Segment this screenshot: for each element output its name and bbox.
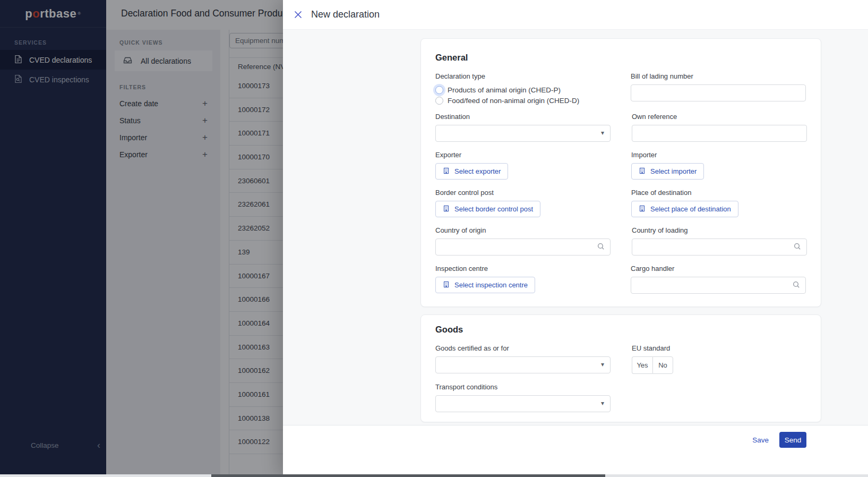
radio-label: Food/feed of non-animal origin (CHED-D) xyxy=(448,97,579,105)
goods-section: Goods Goods certified as or for ▾ EU sta… xyxy=(420,314,821,422)
bill-of-lading-label: Bill of lading number xyxy=(631,72,806,80)
cargo-handler-label: Cargo handler xyxy=(631,265,806,272)
select-exporter-label: Select exporter xyxy=(454,167,501,175)
own-reference-input[interactable] xyxy=(632,125,807,142)
building-icon xyxy=(443,167,450,176)
radio-option-chedp[interactable]: Products of animal origin (CHED-P) xyxy=(435,84,609,95)
destination-select[interactable]: ▾ xyxy=(435,125,611,142)
eu-standard-label: EU standard xyxy=(632,344,806,352)
radio-icon[interactable] xyxy=(435,86,443,94)
transport-conditions-label: Transport conditions xyxy=(435,383,611,391)
scrollbar-thumb[interactable] xyxy=(211,474,605,477)
drawer-title: New declaration xyxy=(311,9,380,20)
goods-heading: Goods xyxy=(435,325,806,335)
select-border-control-post-button[interactable]: Select border control post xyxy=(435,201,540,217)
select-place-of-destination-button[interactable]: Select place of destination xyxy=(631,201,738,217)
select-importer-label: Select importer xyxy=(650,167,697,175)
country-of-origin-input[interactable] xyxy=(435,238,611,255)
eu-standard-yes-button[interactable]: Yes xyxy=(632,356,652,374)
save-button[interactable]: Save xyxy=(752,436,769,444)
select-inspection-centre-button[interactable]: Select inspection centre xyxy=(435,277,535,293)
new-declaration-drawer: New declaration General Declaration type… xyxy=(283,0,868,477)
select-inspection-centre-label: Select inspection centre xyxy=(454,281,528,289)
building-icon xyxy=(639,167,646,176)
transport-conditions-select[interactable]: ▾ xyxy=(435,395,611,412)
destination-label: Destination xyxy=(435,113,611,121)
drawer-header: New declaration xyxy=(283,0,868,30)
inspection-centre-label: Inspection centre xyxy=(435,265,609,272)
chevron-down-icon: ▾ xyxy=(601,361,604,368)
building-icon xyxy=(443,205,450,214)
cargo-handler-input[interactable] xyxy=(631,277,806,294)
building-icon xyxy=(639,205,646,214)
border-control-post-label: Border control post xyxy=(435,189,610,197)
country-of-origin-label: Country of origin xyxy=(435,226,611,234)
send-button[interactable]: Send xyxy=(779,432,806,448)
radio-label: Products of animal origin (CHED-P) xyxy=(448,86,561,94)
general-section: General Declaration type Products of ani… xyxy=(420,38,821,307)
select-border-control-post-label: Select border control post xyxy=(454,205,533,213)
goods-certified-select[interactable]: ▾ xyxy=(435,356,611,373)
country-of-loading-label: Country of loading xyxy=(632,226,807,234)
select-place-of-destination-label: Select place of destination xyxy=(650,205,731,213)
country-of-loading-input[interactable] xyxy=(632,238,807,255)
declaration-type-label: Declaration type xyxy=(435,72,609,80)
general-heading: General xyxy=(435,53,806,63)
select-exporter-button[interactable]: Select exporter xyxy=(435,163,508,180)
page: portbase® SERVICES CVED declarations CVE… xyxy=(0,0,868,477)
radio-option-chedd[interactable]: Food/feed of non-animal origin (CHED-D) xyxy=(435,95,609,106)
search-icon xyxy=(597,242,605,253)
drawer-footer: Save Send xyxy=(283,425,868,477)
bill-of-lading-input[interactable] xyxy=(631,84,806,101)
search-icon xyxy=(793,242,802,253)
own-reference-label: Own reference xyxy=(632,113,807,121)
importer-label: Importer xyxy=(631,151,806,159)
select-importer-button[interactable]: Select importer xyxy=(631,163,704,180)
chevron-down-icon: ▾ xyxy=(601,129,604,137)
place-of-destination-label: Place of destination xyxy=(631,189,806,197)
exporter-label: Exporter xyxy=(435,151,610,159)
horizontal-scrollbar[interactable] xyxy=(0,474,868,477)
search-icon xyxy=(792,280,801,291)
close-icon[interactable] xyxy=(293,10,303,20)
eu-standard-toggle: Yes No xyxy=(632,356,673,374)
radio-icon[interactable] xyxy=(435,97,443,105)
goods-certified-label: Goods certified as or for xyxy=(435,344,611,352)
eu-standard-no-button[interactable]: No xyxy=(652,356,673,374)
building-icon xyxy=(443,281,450,289)
chevron-down-icon: ▾ xyxy=(601,399,604,407)
